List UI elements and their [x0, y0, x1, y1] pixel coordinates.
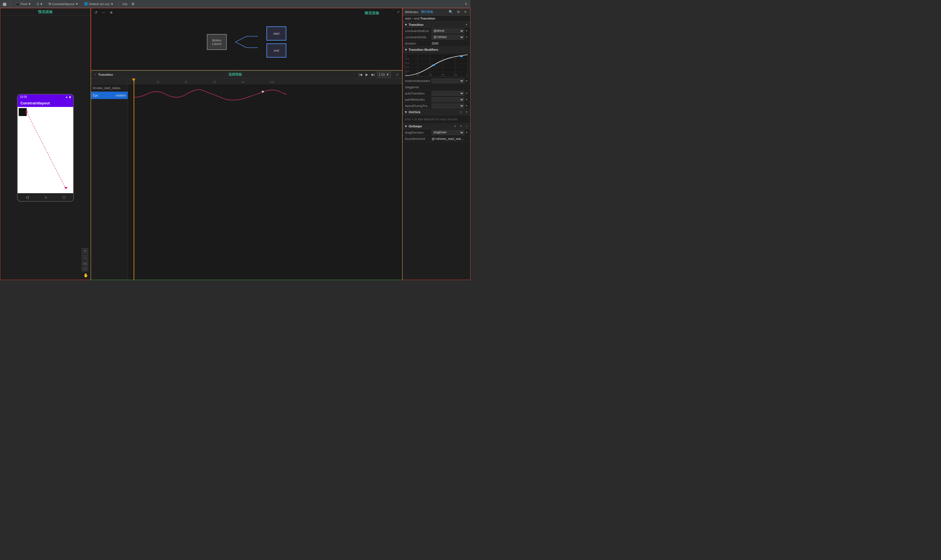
timeline-title: Transition [98, 73, 113, 76]
app-title: Constraintlayout [20, 101, 70, 105]
y-axis-08: 0.8 [406, 58, 409, 60]
attr-title: Attributes [405, 10, 418, 14]
staggered-row: staggered [403, 84, 470, 90]
speed-label: 1.0x [379, 72, 385, 77]
attr-settings-btn[interactable]: ⚙ [456, 9, 461, 14]
duration-label: duration [405, 42, 430, 45]
timeline-left: Id:view_start_status Cyc rotation [91, 78, 128, 280]
motion-interpolator-dropdown[interactable] [432, 78, 464, 83]
timeline-right[interactable]: 0 20 40 60 80 100 [128, 78, 402, 280]
y-axis-06: 0.6 [406, 62, 409, 65]
playhead[interactable] [134, 78, 134, 280]
start-node[interactable]: start [266, 26, 286, 41]
zoom-in-btn[interactable]: + [82, 248, 88, 254]
duration-value[interactable]: 2000 [432, 42, 468, 45]
s-dropdown[interactable]: S ▼ [35, 2, 45, 6]
motion-graph: MotionLayout [91, 18, 402, 60]
auto-transition-label: autoTransition [405, 92, 430, 95]
pixel-dropdown[interactable]: 📱 Pixel ▼ [14, 2, 33, 6]
skip-back-btn[interactable]: |◀ [357, 72, 363, 77]
timeline-panel: → Transition 选择面板 |◀ ▶ ▶| 1.0x ▼ ⤢ [91, 70, 402, 280]
timeline-corner-btn[interactable]: ⤢ [395, 72, 400, 77]
speed-chevron: ▼ [386, 72, 389, 77]
offset-value: 0dp [122, 2, 128, 6]
onswipe-check-btn[interactable]: ✓ [453, 124, 458, 129]
home-icon[interactable]: ○ [45, 195, 47, 199]
locale-dropdown[interactable]: 🌐 Default (en-us) ▼ [82, 2, 115, 6]
offset-icon-btn[interactable]: ⊕ [130, 1, 136, 6]
back-icon[interactable]: ◁ [26, 195, 29, 199]
staggered-label: staggered [405, 85, 430, 89]
svg-point-1 [25, 111, 28, 113]
onclick-add-btn[interactable]: + [464, 109, 468, 115]
zoom-out-btn[interactable]: − [82, 255, 88, 260]
chevron-down-icon: ▼ [28, 2, 31, 6]
right-panels: ↺ ↔ ⊕ 概览面板 ⤢ MotionLayout [91, 8, 402, 280]
fullscreen-btn[interactable]: ⛶ [82, 267, 88, 271]
onswipe-header-btns: ✓ + − [453, 124, 468, 129]
collapse-icon2: ▼ [404, 48, 408, 51]
timeline-header: → Transition 选择面板 |◀ ▶ ▶| 1.0x ▼ ⤢ [91, 71, 402, 78]
transition-path-label: start→end Transition [403, 15, 470, 22]
locale-icon: 🌐 [84, 2, 88, 6]
path-motion-arc-dropdown[interactable] [432, 97, 464, 102]
y-axis-1: 1 [406, 55, 407, 57]
main-layout: 预览面板 10:00 ▲ ▮ Constraintlayout [0, 8, 470, 280]
layout-during-tra-dropdown[interactable] [432, 103, 464, 108]
info-btn[interactable]: ℹ [464, 2, 468, 6]
add-constraint-btn[interactable]: ⊕ [109, 10, 114, 15]
x-axis-0: 0 [406, 74, 407, 76]
attr-header-tools: 🔍 ⚙ ✕ [448, 9, 468, 14]
constraintlayout-dropdown[interactable]: ⊞ Constraintlayout ▼ [47, 2, 80, 6]
constraint-set-end-label: constraintSetEnd [405, 29, 430, 32]
constraint-set-end-row: constraintSetEnd @id/end ▼ [403, 28, 470, 34]
svg-point-18 [432, 65, 435, 66]
curve-svg [405, 54, 468, 76]
constraintset-nodes: start end [266, 26, 286, 58]
constraint-set-end-dropdown[interactable]: @id/end [432, 29, 464, 33]
attr-close-btn[interactable]: ✕ [463, 9, 468, 14]
cycle-icon-btn[interactable]: ↺ [93, 10, 99, 15]
touch-anchor-id-value[interactable]: @+id/view_start_stat... [432, 137, 468, 140]
speed-btn[interactable]: 1.0x ▼ [377, 72, 391, 77]
y-axis-04: 0.4 [406, 66, 409, 68]
play-btn[interactable]: ▶ [364, 72, 369, 77]
onswipe-remove-btn[interactable]: − [464, 124, 468, 129]
x-axis-06: 0.6 [442, 74, 445, 76]
svg-line-0 [26, 112, 66, 189]
auto-transition-dropdown[interactable] [432, 91, 464, 95]
transition-section-header: ▼ Transition + [403, 22, 470, 28]
timeline-body: Id:view_start_status Cyc rotation 0 20 4… [91, 78, 402, 280]
phone-content[interactable] [18, 107, 73, 193]
corner-resize-btn[interactable]: ⤢ [397, 10, 400, 14]
add-transition-btn[interactable]: + [464, 22, 468, 27]
track-id-label: Id:view_start_status [91, 84, 128, 92]
drag-direction-row: dragDirection dragDown ▼ [403, 129, 470, 135]
end-node[interactable]: end [266, 43, 286, 58]
recents-icon[interactable]: □ [63, 195, 65, 199]
x-axis-1: 1 [466, 74, 467, 76]
mark-60: 60 [213, 81, 216, 83]
cycle-row-label: Cyc rotation [91, 92, 128, 99]
mark-20: 20 [156, 81, 159, 83]
chevron-down-icon: ▼ [110, 2, 114, 6]
motion-layout-node[interactable]: MotionLayout [207, 34, 227, 50]
info-icon: ℹ [465, 2, 467, 6]
onswipe-section-header: ▼ OnSwipe ✓ + − [403, 123, 470, 129]
drag-direction-dropdown[interactable]: dragDown [432, 130, 464, 135]
svg-marker-2 [65, 187, 68, 189]
fit-btn[interactable]: 1:1 [82, 261, 88, 266]
expand-icon-btn[interactable]: ↔ [101, 10, 106, 15]
onswipe-add-btn[interactable]: + [459, 124, 463, 129]
status-icons: ▲ ▮ [65, 95, 71, 98]
attr-panel-header: Attributes 属性面板 🔍 ⚙ ✕ [403, 8, 470, 15]
constraint-set-start-dropdown[interactable]: @+id/start [432, 35, 464, 39]
attr-subtitle: 属性面板 [421, 10, 433, 14]
motion-interpolator-row: motionInterpolator ▼ [403, 78, 470, 84]
onswipe-label: OnSwipe [409, 125, 422, 128]
attr-search-btn[interactable]: 🔍 [448, 9, 454, 14]
skip-forward-btn[interactable]: ▶| [370, 72, 376, 77]
onclick-square-btn[interactable]: □ [459, 109, 463, 115]
constraint-set-start-label: constraintSetSt... [405, 35, 430, 39]
phone: 10:00 ▲ ▮ Constraintlayout [17, 94, 74, 202]
